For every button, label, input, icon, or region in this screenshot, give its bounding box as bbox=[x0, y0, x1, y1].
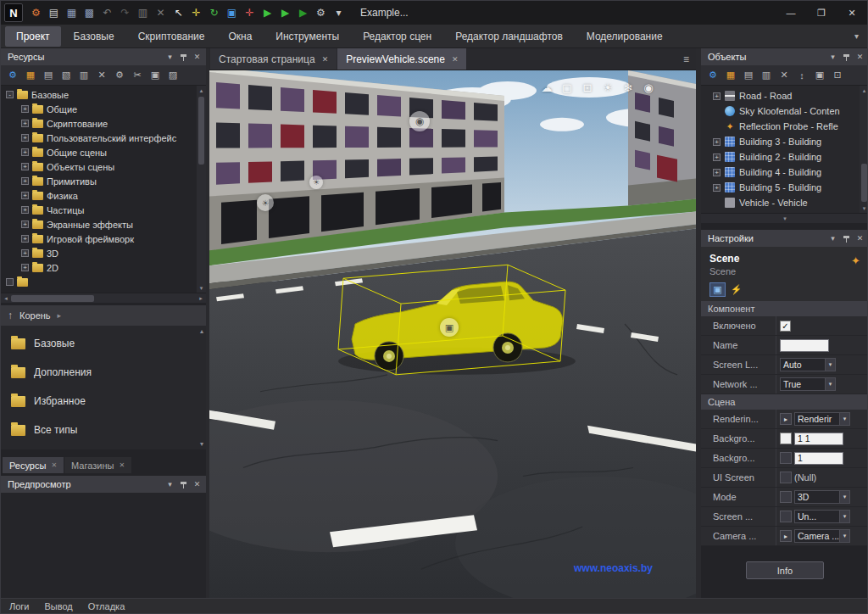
scroll-thumb[interactable] bbox=[11, 295, 94, 302]
scroll-right-icon[interactable]: ▸ bbox=[196, 295, 206, 302]
expander-icon[interactable]: + bbox=[21, 264, 29, 271]
redo-icon[interactable]: ↷ bbox=[116, 3, 134, 22]
panel-tab[interactable]: Магазины ✕ bbox=[64, 457, 131, 473]
property-pre-button[interactable] bbox=[780, 491, 792, 503]
expander-icon[interactable]: + bbox=[21, 192, 29, 199]
resource-tree-item[interactable]: + Общие сцены bbox=[1, 145, 197, 159]
resource-tree-item[interactable]: + Физика bbox=[1, 188, 197, 203]
document-tab[interactable]: PreviewVehicle.scene ✕ bbox=[337, 48, 466, 70]
options-icon[interactable]: ⚙ bbox=[4, 67, 21, 84]
scroll-up-icon[interactable]: ▴ bbox=[200, 327, 203, 335]
camera-gizmo-icon[interactable]: ◉ bbox=[409, 111, 430, 131]
expander-icon[interactable]: + bbox=[21, 105, 29, 113]
dropdown[interactable]: Un... ▾ bbox=[794, 510, 850, 523]
resource-tree-item[interactable]: + Примитивы bbox=[1, 174, 197, 188]
new-object-icon[interactable]: ▤ bbox=[740, 67, 757, 84]
properties-icon[interactable]: ⚙ bbox=[111, 67, 128, 84]
expander-icon[interactable]: + bbox=[713, 169, 721, 176]
text-input[interactable] bbox=[780, 339, 829, 352]
dropdown-arrow-icon[interactable]: ▾ bbox=[839, 413, 849, 425]
expander-icon[interactable]: + bbox=[21, 235, 29, 243]
save-all-icon[interactable]: ▩ bbox=[81, 3, 98, 22]
panel-menu-icon[interactable]: ▾ bbox=[164, 479, 175, 490]
camera-toggle-icon[interactable]: ◉ bbox=[640, 79, 657, 96]
close-icon[interactable]: ✕ bbox=[119, 461, 125, 469]
expander-icon[interactable]: + bbox=[713, 138, 721, 146]
maximize-button[interactable]: ❐ bbox=[806, 1, 837, 25]
statusbar-item[interactable]: Логи bbox=[9, 601, 30, 611]
resource-tree-item[interactable]: + Экранные эффекты bbox=[1, 217, 197, 232]
pin-icon[interactable] bbox=[841, 233, 852, 244]
pin-icon[interactable] bbox=[178, 479, 189, 490]
menu-item[interactable]: Окна bbox=[217, 26, 263, 47]
menu-item[interactable]: Проект bbox=[5, 26, 61, 47]
property-pre-button[interactable] bbox=[780, 472, 792, 483]
resource-tree-item[interactable]: + Общие bbox=[1, 102, 197, 116]
object-tree-item[interactable]: + Building 2 - Building bbox=[701, 149, 860, 165]
open-icon[interactable]: ▧ bbox=[58, 67, 75, 84]
expander-icon[interactable]: - bbox=[6, 91, 14, 98]
expander-icon[interactable]: + bbox=[21, 163, 29, 170]
display-toggle-icon[interactable]: ⊡ bbox=[579, 79, 596, 96]
properties-icon[interactable]: ▣ bbox=[811, 67, 828, 84]
cut-icon[interactable]: ✂ bbox=[129, 67, 146, 84]
up-level-icon[interactable]: ↑ bbox=[8, 310, 13, 321]
expander-icon[interactable]: + bbox=[21, 120, 29, 127]
panel-tab[interactable]: Ресурсы ✕ bbox=[3, 457, 64, 473]
light-gizmo-icon[interactable]: ☀ bbox=[257, 194, 274, 211]
object-tree-item[interactable]: Sky Kloofendal - Conten bbox=[701, 103, 860, 119]
close-icon[interactable]: ✕ bbox=[192, 52, 203, 63]
expander-icon[interactable]: + bbox=[713, 92, 721, 100]
scroll-thumb[interactable] bbox=[198, 97, 204, 165]
minimize-button[interactable]: — bbox=[776, 1, 806, 25]
panel-menu-icon[interactable]: ▾ bbox=[164, 52, 175, 63]
object-tree-item[interactable]: Vehicle - Vehicle bbox=[701, 195, 860, 210]
resource-tree-item[interactable]: - Базовые bbox=[1, 87, 197, 102]
scroll-down-icon[interactable]: ▾ bbox=[783, 215, 787, 222]
objects-scrollbar[interactable]: ▴ ▾ bbox=[860, 86, 868, 213]
category-item[interactable]: Избранное bbox=[1, 387, 206, 416]
run-icon[interactable]: ▶ bbox=[294, 3, 312, 22]
resource-tree-item[interactable]: + Объекты сцены bbox=[1, 159, 197, 174]
menu-overflow-icon[interactable]: ▾ bbox=[854, 31, 859, 41]
sun-toggle-icon[interactable]: ☀ bbox=[599, 79, 616, 96]
object-tree-item[interactable]: + Building 3 - Building bbox=[701, 134, 860, 149]
resource-tree-item[interactable]: + Скриптование bbox=[1, 116, 197, 131]
property-pre-button[interactable] bbox=[780, 452, 792, 464]
engine-settings-icon[interactable]: ⚙ bbox=[27, 3, 45, 22]
duplicate-object-icon[interactable]: ▥ bbox=[758, 67, 775, 84]
info-button[interactable]: Info bbox=[746, 561, 824, 579]
dropdown-arrow-icon[interactable]: ▾ bbox=[839, 491, 849, 503]
close-icon[interactable]: ✕ bbox=[854, 52, 865, 63]
scroll-down-icon[interactable]: ▾ bbox=[200, 440, 203, 448]
resource-tree-item[interactable]: + Пользовательский интерфейс bbox=[1, 131, 197, 145]
expander-icon[interactable]: + bbox=[21, 206, 29, 214]
close-button[interactable]: ✕ bbox=[837, 1, 867, 25]
new-resource-icon[interactable]: ▤ bbox=[40, 67, 57, 84]
menu-item[interactable]: Редактор ландшафтов bbox=[444, 26, 574, 47]
packages-icon[interactable]: ▦ bbox=[22, 67, 39, 84]
dropdown[interactable]: Renderir ▾ bbox=[794, 412, 850, 426]
save-resource-icon[interactable]: ▥ bbox=[75, 67, 92, 84]
sort-icon[interactable]: ↕ bbox=[793, 67, 810, 84]
dropdown[interactable]: Auto ▾ bbox=[780, 358, 836, 371]
property-pre-button[interactable]: ▸ bbox=[780, 530, 792, 542]
property-pre-button[interactable] bbox=[780, 511, 792, 522]
resource-tree-item[interactable]: + 3D bbox=[1, 246, 197, 260]
scroll-down-icon[interactable]: ▾ bbox=[860, 204, 868, 213]
property-pre-button[interactable]: ▸ bbox=[780, 413, 792, 425]
dropdown-arrow-icon[interactable]: ▾ bbox=[839, 511, 849, 522]
object-tree-item[interactable]: + Road - Road bbox=[701, 88, 860, 103]
delete-icon[interactable]: ✕ bbox=[152, 3, 170, 22]
expander-icon[interactable]: + bbox=[21, 134, 29, 142]
expander-icon[interactable]: + bbox=[21, 148, 29, 156]
text-input[interactable]: 1 bbox=[794, 452, 843, 465]
category-item[interactable]: Дополнения bbox=[1, 358, 206, 387]
scroll-thumb[interactable] bbox=[861, 164, 867, 202]
delete-object-icon[interactable]: ✕ bbox=[776, 67, 793, 84]
paste-icon[interactable]: ▨ bbox=[164, 67, 181, 84]
text-input[interactable]: 1 1 bbox=[794, 433, 843, 445]
object-gizmo-icon[interactable]: ▣ bbox=[440, 318, 459, 337]
breadcrumb[interactable]: ↑ Корень ▸ bbox=[1, 305, 206, 326]
play-project-icon[interactable]: ▶ bbox=[276, 3, 294, 22]
